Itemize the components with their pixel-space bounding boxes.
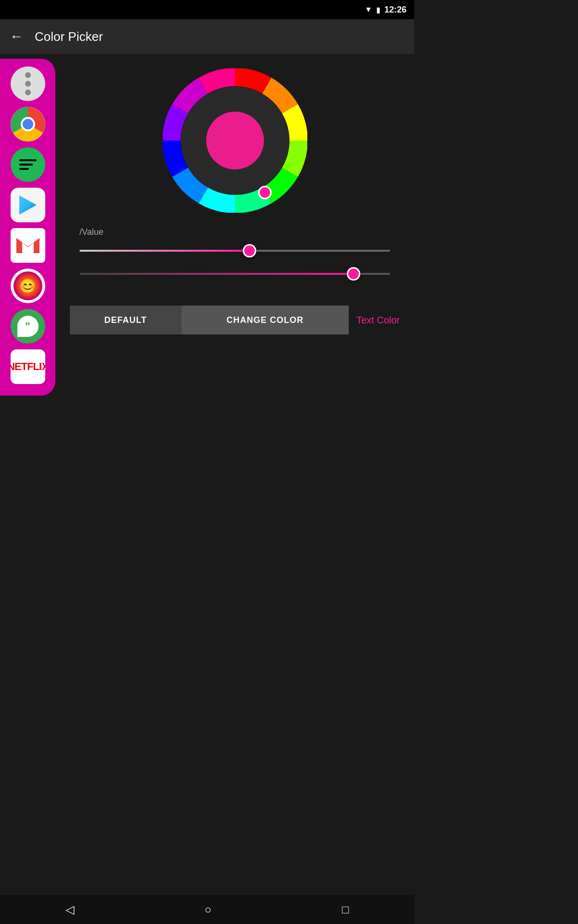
text-color-label: Text Color (356, 315, 400, 326)
nav-recent-button[interactable]: □ (342, 903, 349, 916)
chrome-center (21, 117, 35, 131)
sidebar-item-more[interactable] (11, 66, 45, 101)
playstore-icon (17, 194, 39, 216)
sidebar-item-netflix[interactable]: NETFLIX (11, 349, 45, 384)
sidebar-item-spotify[interactable] (11, 147, 45, 182)
nav-back-button[interactable]: ◁ (66, 903, 74, 916)
page-title: Color Picker (35, 29, 103, 44)
selected-color-display (206, 112, 264, 169)
color-selector-handle[interactable] (258, 186, 272, 199)
spotify-bar-1 (19, 159, 37, 161)
color-picker-panel: /Value DEFAULT CHANGE COLOR Text Color (55, 54, 414, 895)
dot-3 (25, 90, 31, 95)
app-sidebar: 😊 " NETFLIX (0, 59, 55, 396)
status-bar: ▼ ▮ 12:26 (0, 0, 414, 19)
sidebar-item-hangouts[interactable]: " (11, 309, 45, 344)
wifi-icon: ▼ (365, 5, 372, 14)
hue-slider[interactable] (79, 250, 390, 252)
main-content: 😊 " NETFLIX (0, 54, 414, 895)
dot-2 (25, 81, 31, 87)
wink-icon: 😊 (13, 271, 42, 300)
sliders-section: /Value (70, 222, 400, 296)
color-wheel-svg (163, 68, 307, 213)
sidebar-item-chrome[interactable] (11, 107, 45, 141)
value-slider[interactable] (79, 273, 390, 275)
hangouts-icon: " (17, 316, 39, 337)
app-bar: ← Color Picker (0, 19, 414, 54)
nav-home-button[interactable]: ○ (205, 903, 212, 916)
status-time: 12:26 (384, 5, 407, 15)
change-color-button[interactable]: CHANGE COLOR (182, 306, 349, 334)
battery-icon: ▮ (376, 5, 381, 14)
action-buttons-row: DEFAULT CHANGE COLOR Text Color (70, 306, 400, 334)
back-button[interactable]: ← (10, 30, 23, 43)
svg-marker-0 (19, 195, 37, 215)
slider-2-wrapper (79, 268, 390, 277)
gmail-icon (15, 236, 40, 255)
spotify-bar-2 (19, 164, 33, 166)
slider-1-wrapper (79, 245, 390, 254)
sidebar-item-wink[interactable]: 😊 (11, 269, 45, 303)
dot-1 (25, 72, 31, 78)
hangouts-quote: " (25, 320, 30, 333)
spotify-icon (19, 159, 37, 170)
color-wheel[interactable] (163, 68, 307, 213)
nav-bar: ◁ ○ □ (0, 895, 414, 924)
sidebar-item-gmail[interactable] (11, 228, 45, 263)
default-button[interactable]: DEFAULT (70, 306, 182, 334)
sidebar-item-playstore[interactable] (11, 188, 45, 222)
wink-face: 😊 (19, 278, 36, 294)
spotify-bar-3 (19, 168, 29, 170)
status-icons: ▼ ▮ 12:26 (365, 5, 407, 15)
netflix-icon: NETFLIX (11, 360, 45, 373)
chrome-icon (11, 107, 45, 141)
slider-label: /Value (79, 227, 390, 237)
